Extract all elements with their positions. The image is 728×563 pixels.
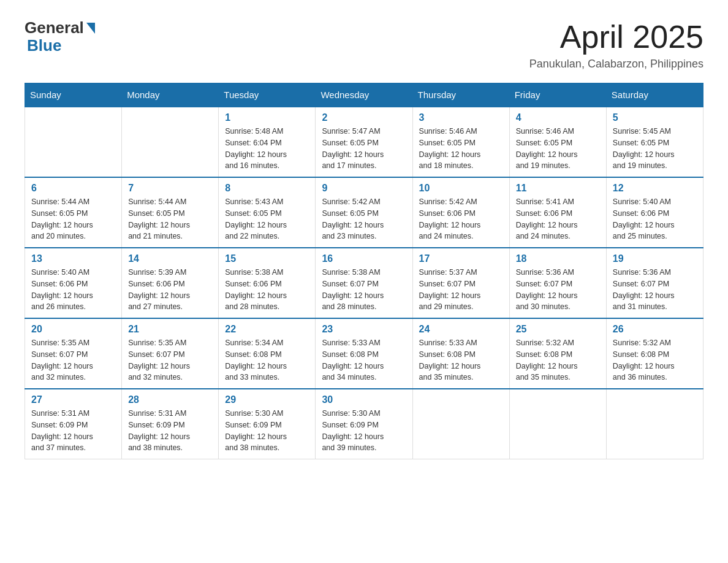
day-info: Sunrise: 5:32 AM Sunset: 6:08 PM Dayligh… (613, 337, 697, 383)
day-info: Sunrise: 5:30 AM Sunset: 6:09 PM Dayligh… (322, 408, 406, 454)
calendar-cell (412, 389, 509, 459)
logo-text-general: General (25, 18, 84, 37)
day-info: Sunrise: 5:35 AM Sunset: 6:07 PM Dayligh… (128, 337, 212, 383)
calendar-cell (509, 389, 606, 459)
day-info: Sunrise: 5:44 AM Sunset: 6:05 PM Dayligh… (31, 196, 115, 242)
calendar-header-row: SundayMondayTuesdayWednesdayThursdayFrid… (25, 83, 703, 107)
day-info: Sunrise: 5:44 AM Sunset: 6:05 PM Dayligh… (128, 196, 212, 242)
calendar-cell: 27Sunrise: 5:31 AM Sunset: 6:09 PM Dayli… (25, 389, 122, 459)
calendar-cell: 26Sunrise: 5:32 AM Sunset: 6:08 PM Dayli… (606, 318, 703, 389)
calendar-cell: 30Sunrise: 5:30 AM Sunset: 6:09 PM Dayli… (316, 389, 412, 459)
day-number: 12 (613, 183, 697, 194)
column-header-monday: Monday (122, 83, 219, 107)
calendar-cell: 8Sunrise: 5:43 AM Sunset: 6:05 PM Daylig… (219, 177, 316, 248)
calendar-cell: 3Sunrise: 5:46 AM Sunset: 6:05 PM Daylig… (412, 107, 509, 177)
week-row-4: 20Sunrise: 5:35 AM Sunset: 6:07 PM Dayli… (25, 318, 703, 389)
day-number: 3 (419, 112, 503, 123)
day-info: Sunrise: 5:31 AM Sunset: 6:09 PM Dayligh… (31, 408, 115, 454)
day-info: Sunrise: 5:36 AM Sunset: 6:07 PM Dayligh… (613, 267, 697, 313)
day-number: 26 (613, 324, 697, 335)
day-number: 24 (419, 324, 503, 335)
day-info: Sunrise: 5:37 AM Sunset: 6:07 PM Dayligh… (419, 267, 503, 313)
day-number: 19 (613, 253, 697, 264)
location-text: Panukulan, Calabarzon, Philippines (529, 58, 703, 71)
calendar-cell: 15Sunrise: 5:38 AM Sunset: 6:06 PM Dayli… (219, 248, 316, 318)
calendar-cell: 10Sunrise: 5:42 AM Sunset: 6:06 PM Dayli… (412, 177, 509, 248)
day-info: Sunrise: 5:32 AM Sunset: 6:08 PM Dayligh… (516, 337, 600, 383)
day-info: Sunrise: 5:36 AM Sunset: 6:07 PM Dayligh… (516, 267, 600, 313)
calendar-cell: 11Sunrise: 5:41 AM Sunset: 6:06 PM Dayli… (509, 177, 606, 248)
day-info: Sunrise: 5:48 AM Sunset: 6:04 PM Dayligh… (225, 126, 309, 172)
week-row-3: 13Sunrise: 5:40 AM Sunset: 6:06 PM Dayli… (25, 248, 703, 318)
day-number: 11 (516, 183, 600, 194)
week-row-5: 27Sunrise: 5:31 AM Sunset: 6:09 PM Dayli… (25, 389, 703, 459)
calendar-cell: 12Sunrise: 5:40 AM Sunset: 6:06 PM Dayli… (606, 177, 703, 248)
day-info: Sunrise: 5:30 AM Sunset: 6:09 PM Dayligh… (225, 408, 309, 454)
calendar-cell (122, 107, 219, 177)
day-number: 15 (225, 253, 309, 264)
calendar-table: SundayMondayTuesdayWednesdayThursdayFrid… (25, 83, 703, 459)
calendar-cell (606, 389, 703, 459)
day-info: Sunrise: 5:40 AM Sunset: 6:06 PM Dayligh… (613, 196, 697, 242)
calendar-cell: 24Sunrise: 5:33 AM Sunset: 6:08 PM Dayli… (412, 318, 509, 389)
day-number: 5 (613, 112, 697, 123)
day-number: 7 (128, 183, 212, 194)
logo-text-blue: Blue (25, 36, 61, 55)
day-number: 30 (322, 394, 406, 405)
day-info: Sunrise: 5:33 AM Sunset: 6:08 PM Dayligh… (419, 337, 503, 383)
column-header-thursday: Thursday (412, 83, 509, 107)
calendar-cell: 23Sunrise: 5:33 AM Sunset: 6:08 PM Dayli… (316, 318, 412, 389)
day-info: Sunrise: 5:38 AM Sunset: 6:07 PM Dayligh… (322, 267, 406, 313)
column-header-saturday: Saturday (606, 83, 703, 107)
calendar-cell: 19Sunrise: 5:36 AM Sunset: 6:07 PM Dayli… (606, 248, 703, 318)
day-info: Sunrise: 5:46 AM Sunset: 6:05 PM Dayligh… (419, 126, 503, 172)
calendar-cell: 13Sunrise: 5:40 AM Sunset: 6:06 PM Dayli… (25, 248, 122, 318)
day-number: 29 (225, 394, 309, 405)
week-row-1: 1Sunrise: 5:48 AM Sunset: 6:04 PM Daylig… (25, 107, 703, 177)
calendar-cell: 29Sunrise: 5:30 AM Sunset: 6:09 PM Dayli… (219, 389, 316, 459)
month-title: April 2025 (529, 18, 703, 55)
day-number: 16 (322, 253, 406, 264)
calendar-cell: 25Sunrise: 5:32 AM Sunset: 6:08 PM Dayli… (509, 318, 606, 389)
day-info: Sunrise: 5:35 AM Sunset: 6:07 PM Dayligh… (31, 337, 115, 383)
calendar-cell: 7Sunrise: 5:44 AM Sunset: 6:05 PM Daylig… (122, 177, 219, 248)
day-number: 28 (128, 394, 212, 405)
column-header-sunday: Sunday (25, 83, 122, 107)
calendar-cell: 9Sunrise: 5:42 AM Sunset: 6:05 PM Daylig… (316, 177, 412, 248)
day-info: Sunrise: 5:34 AM Sunset: 6:08 PM Dayligh… (225, 337, 309, 383)
day-number: 8 (225, 183, 309, 194)
day-info: Sunrise: 5:33 AM Sunset: 6:08 PM Dayligh… (322, 337, 406, 383)
calendar-cell: 20Sunrise: 5:35 AM Sunset: 6:07 PM Dayli… (25, 318, 122, 389)
calendar-cell: 21Sunrise: 5:35 AM Sunset: 6:07 PM Dayli… (122, 318, 219, 389)
day-number: 14 (128, 253, 212, 264)
day-number: 10 (419, 183, 503, 194)
day-info: Sunrise: 5:31 AM Sunset: 6:09 PM Dayligh… (128, 408, 212, 454)
day-number: 21 (128, 324, 212, 335)
day-number: 2 (322, 112, 406, 123)
day-number: 18 (516, 253, 600, 264)
day-info: Sunrise: 5:46 AM Sunset: 6:05 PM Dayligh… (516, 126, 600, 172)
day-info: Sunrise: 5:42 AM Sunset: 6:05 PM Dayligh… (322, 196, 406, 242)
day-number: 9 (322, 183, 406, 194)
calendar-cell: 18Sunrise: 5:36 AM Sunset: 6:07 PM Dayli… (509, 248, 606, 318)
day-number: 6 (31, 183, 115, 194)
calendar-cell: 1Sunrise: 5:48 AM Sunset: 6:04 PM Daylig… (219, 107, 316, 177)
calendar-cell: 2Sunrise: 5:47 AM Sunset: 6:05 PM Daylig… (316, 107, 412, 177)
week-row-2: 6Sunrise: 5:44 AM Sunset: 6:05 PM Daylig… (25, 177, 703, 248)
day-number: 20 (31, 324, 115, 335)
calendar-cell: 28Sunrise: 5:31 AM Sunset: 6:09 PM Dayli… (122, 389, 219, 459)
day-number: 22 (225, 324, 309, 335)
day-number: 1 (225, 112, 309, 123)
logo: General Blue (25, 18, 95, 55)
day-info: Sunrise: 5:41 AM Sunset: 6:06 PM Dayligh… (516, 196, 600, 242)
calendar-cell: 4Sunrise: 5:46 AM Sunset: 6:05 PM Daylig… (509, 107, 606, 177)
day-info: Sunrise: 5:38 AM Sunset: 6:06 PM Dayligh… (225, 267, 309, 313)
column-header-friday: Friday (509, 83, 606, 107)
column-header-tuesday: Tuesday (219, 83, 316, 107)
calendar-cell: 5Sunrise: 5:45 AM Sunset: 6:05 PM Daylig… (606, 107, 703, 177)
day-info: Sunrise: 5:40 AM Sunset: 6:06 PM Dayligh… (31, 267, 115, 313)
day-info: Sunrise: 5:47 AM Sunset: 6:05 PM Dayligh… (322, 126, 406, 172)
day-info: Sunrise: 5:39 AM Sunset: 6:06 PM Dayligh… (128, 267, 212, 313)
day-info: Sunrise: 5:43 AM Sunset: 6:05 PM Dayligh… (225, 196, 309, 242)
day-number: 27 (31, 394, 115, 405)
